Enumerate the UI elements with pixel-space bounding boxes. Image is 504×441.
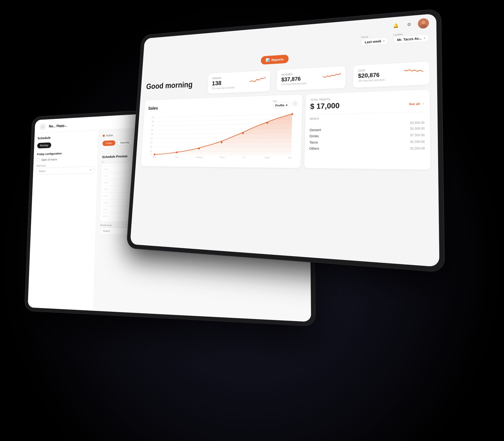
menu-name-others: Others bbox=[309, 146, 319, 150]
back-arrow-icon: ← bbox=[41, 125, 44, 128]
avatar[interactable] bbox=[418, 18, 429, 29]
time-1800: 18:00 bbox=[101, 208, 108, 210]
front-tablet: 🔔 ⚙ Period Last wee bbox=[126, 9, 445, 272]
type-dropdown: Type Profits ▾ bbox=[273, 100, 290, 109]
menu-amount-others: $1,500.00 bbox=[410, 146, 425, 150]
svg-text:50: 50 bbox=[152, 116, 154, 119]
time-2100: 21:00 bbox=[100, 215, 108, 217]
schedule-screen-title: Na... Happ... bbox=[49, 124, 67, 128]
cost-sparkline bbox=[404, 66, 425, 78]
incomes-sparkline bbox=[323, 70, 342, 81]
top-menu-amount-row: $3,500.00 bbox=[310, 121, 425, 126]
reports-button[interactable]: 📊 Reports bbox=[261, 54, 289, 65]
menu-name-tacos: Tacos bbox=[309, 141, 318, 144]
period-value: Last week bbox=[365, 39, 381, 44]
time-0000: 00:00 bbox=[102, 168, 109, 170]
start-hour-select[interactable]: Select ▾ bbox=[36, 166, 94, 175]
start-hour-group: Start hour Select ▾ bbox=[36, 163, 94, 175]
chart-title: Sales bbox=[148, 106, 158, 111]
schedule-left-panel: Schedule Monday Friday configuration Ope… bbox=[28, 130, 99, 311]
svg-text:Thurs: Thurs bbox=[219, 156, 225, 158]
svg-text:Satur: Satur bbox=[265, 156, 270, 158]
period-chevron-icon: ▾ bbox=[383, 40, 384, 42]
menu-amount-tacos: $1,500.00 bbox=[410, 140, 425, 144]
greeting-text: Good morning bbox=[146, 80, 193, 91]
bell-button[interactable]: 🔔 bbox=[391, 21, 400, 30]
svg-text:day: day bbox=[220, 158, 224, 158]
top-menu-amount: $3,500.00 bbox=[410, 121, 425, 125]
greeting-section: Good morning bbox=[146, 74, 205, 96]
type-value: Profits bbox=[275, 104, 285, 107]
reports-label: Reports bbox=[271, 57, 284, 62]
chart-svg-container: 50 45 40 35 30 25 20 15 10 5 bbox=[145, 112, 297, 163]
dashboard-content: Good morning ORDERS 138 12% more then la… bbox=[135, 61, 438, 176]
menu-name-drinks: Drinks bbox=[309, 134, 319, 138]
see-all-button[interactable]: See all → bbox=[409, 102, 425, 106]
svg-text:40: 40 bbox=[151, 125, 154, 127]
gear-icon: ⚙ bbox=[407, 22, 411, 28]
svg-text:day: day bbox=[153, 158, 156, 158]
divider bbox=[310, 112, 425, 115]
svg-point-28 bbox=[291, 113, 293, 115]
cost-stat-card: COST $20,876 10% less then last week bbox=[353, 62, 430, 88]
active-label: Active bbox=[106, 134, 113, 137]
start-hour-value: Select bbox=[39, 170, 46, 173]
bell-icon: 🔔 bbox=[393, 23, 399, 28]
svg-text:Mon: Mon bbox=[153, 156, 156, 158]
day-pill-monday[interactable]: Monday bbox=[37, 142, 51, 148]
svg-text:day: day bbox=[243, 158, 246, 159]
svg-text:15: 15 bbox=[150, 146, 153, 148]
type-chevron-icon: ▾ bbox=[286, 104, 287, 107]
time-1200: 12:00 bbox=[101, 195, 108, 197]
svg-text:25: 25 bbox=[150, 137, 153, 140]
orders-sparkline bbox=[249, 74, 267, 84]
start-hour-chevron: ▾ bbox=[90, 168, 91, 172]
svg-line-3 bbox=[156, 114, 295, 117]
back-button[interactable]: ← bbox=[40, 123, 46, 130]
type-dropdown-button[interactable]: Profits ▾ bbox=[273, 102, 290, 109]
right-day-friday[interactable]: Friday bbox=[103, 140, 115, 146]
sales-chart-svg: 50 45 40 35 30 25 20 15 10 5 bbox=[145, 112, 297, 158]
location-chevron-icon: ▾ bbox=[424, 37, 425, 40]
svg-text:30: 30 bbox=[151, 133, 153, 135]
time-800: 8:00 bbox=[101, 189, 109, 190]
period-control: Period Last week ▾ bbox=[361, 34, 388, 46]
chart-controls: Type Profits ▾ ⓘ bbox=[273, 99, 298, 109]
menu-row-tacos: Tacos $1,500.00 bbox=[309, 140, 425, 144]
open-24h-checkbox[interactable] bbox=[37, 158, 40, 162]
active-badge: Active bbox=[103, 134, 113, 137]
svg-text:5: 5 bbox=[151, 153, 152, 156]
time-600: 6:00 bbox=[101, 182, 109, 184]
time-1600: 16:00 bbox=[101, 202, 108, 204]
main-row: Sales Type Profits ▾ ⓘ bbox=[141, 90, 430, 170]
svg-text:day: day bbox=[198, 158, 201, 158]
menu-row-others: Others $1,500.00 bbox=[309, 146, 425, 151]
svg-text:10: 10 bbox=[150, 150, 152, 152]
friday-config: Friday configuration Open 24 hours Start… bbox=[36, 151, 95, 175]
reports-icon: 📊 bbox=[265, 58, 270, 62]
settings-button[interactable]: ⚙ bbox=[404, 20, 414, 29]
location-control: Location Mr. Tacos Av... ▾ bbox=[393, 31, 429, 44]
svg-text:Wednes: Wednes bbox=[196, 156, 203, 158]
menu-name-dessert: Dessert bbox=[310, 128, 321, 132]
menu-amount-drinks: $7,500.00 bbox=[410, 133, 425, 137]
open-24h-label: Open 24 hours bbox=[41, 158, 57, 161]
profits-value: $ 17,000 bbox=[310, 101, 340, 111]
menu-row-drinks: Drinks $7,500.00 bbox=[309, 133, 425, 138]
friday-config-title: Friday configuration bbox=[37, 151, 95, 156]
schedule-title: Schedule bbox=[37, 134, 95, 140]
open-24h-row: Open 24 hours bbox=[37, 156, 95, 162]
time-200: 2:00 bbox=[102, 175, 109, 177]
svg-text:day: day bbox=[175, 158, 178, 159]
right-day-saturday[interactable]: Saturday bbox=[117, 140, 133, 146]
svg-text:35: 35 bbox=[151, 129, 154, 131]
period-dropdown[interactable]: Last week ▾ bbox=[361, 37, 388, 46]
day-pills-group: Monday bbox=[37, 141, 95, 148]
location-value: Mr. Tacos Av... bbox=[397, 36, 422, 42]
finish-hour-value: Select bbox=[103, 230, 110, 233]
see-all-arrow-icon: → bbox=[421, 102, 424, 106]
menu-row-dessert: Dessert $2,500.00 bbox=[310, 126, 425, 132]
info-button[interactable]: ⓘ bbox=[292, 101, 298, 106]
svg-text:Tues: Tues bbox=[174, 156, 179, 158]
chart-header: Sales Type Profits ▾ ⓘ bbox=[148, 99, 298, 112]
